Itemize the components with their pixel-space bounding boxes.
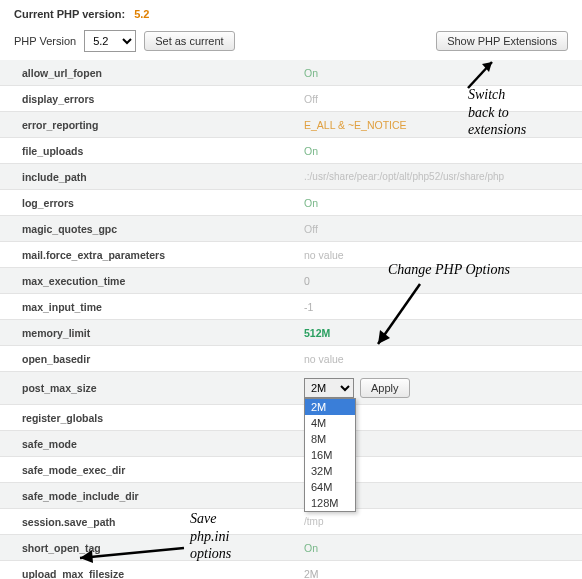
option-name: error_reporting — [0, 113, 300, 137]
option-row: session.save_path/tmp — [0, 509, 582, 535]
option-value[interactable]: no value — [300, 347, 582, 371]
option-name: session.save_path — [0, 510, 300, 534]
option-value[interactable]: On — [300, 139, 582, 163]
option-name: open_basedir — [0, 347, 300, 371]
option-row: safe_mode — [0, 431, 582, 457]
option-name: post_max_size — [0, 376, 300, 400]
option-value[interactable]: /tmp — [300, 510, 582, 533]
option-value[interactable]: no value — [300, 243, 582, 267]
option-name: memory_limit — [0, 321, 300, 345]
option-name: allow_url_fopen — [0, 61, 300, 85]
value-select[interactable]: 2M — [304, 378, 354, 398]
option-row: mail.force_extra_parametersno value — [0, 242, 582, 268]
option-name: include_path — [0, 165, 300, 189]
option-row: safe_mode_exec_dir — [0, 457, 582, 483]
option-row: register_globals — [0, 405, 582, 431]
option-row: file_uploadsOn — [0, 138, 582, 164]
options-table: allow_url_fopenOndisplay_errorsOfferror_… — [0, 60, 582, 579]
option-row: log_errorsOn — [0, 190, 582, 216]
option-row: open_basedirno value — [0, 346, 582, 372]
version-select[interactable]: 5.2 — [84, 30, 136, 52]
option-row: include_path.:/usr/share/pear:/opt/alt/p… — [0, 164, 582, 190]
option-value[interactable]: 2M — [300, 562, 582, 580]
option-value[interactable]: E_ALL & ~E_NOTICE — [300, 113, 582, 137]
option-row: memory_limit512M — [0, 320, 582, 346]
version-label: PHP Version — [14, 35, 76, 47]
dropdown-option[interactable]: 64M — [305, 479, 355, 495]
set-current-button[interactable]: Set as current — [144, 31, 234, 51]
dropdown-option[interactable]: 8M — [305, 431, 355, 447]
value-dropdown[interactable]: 2M4M8M16M32M64M128M — [304, 398, 356, 512]
option-name: mail.force_extra_parameters — [0, 243, 300, 267]
option-row: display_errorsOff — [0, 86, 582, 112]
option-value[interactable]: 0 — [300, 269, 582, 293]
option-row: short_open_tagOn — [0, 535, 582, 561]
option-value[interactable]: -1 — [300, 295, 582, 319]
option-row: max_input_time-1 — [0, 294, 582, 320]
dropdown-option[interactable]: 128M — [305, 495, 355, 511]
option-name: log_errors — [0, 191, 300, 215]
option-name: safe_mode — [0, 432, 300, 456]
option-name: upload_max_filesize — [0, 562, 300, 580]
dropdown-option[interactable]: 16M — [305, 447, 355, 463]
option-name: register_globals — [0, 406, 300, 430]
option-value[interactable]: Off — [300, 217, 582, 241]
option-row: error_reportingE_ALL & ~E_NOTICE — [0, 112, 582, 138]
option-row: magic_quotes_gpcOff — [0, 216, 582, 242]
dropdown-option[interactable]: 4M — [305, 415, 355, 431]
option-name: file_uploads — [0, 139, 300, 163]
show-extensions-button[interactable]: Show PHP Extensions — [436, 31, 568, 51]
dropdown-option[interactable]: 32M — [305, 463, 355, 479]
current-version-value: 5.2 — [134, 8, 149, 20]
option-value[interactable]: Off — [300, 87, 582, 111]
option-value[interactable]: .:/usr/share/pear:/opt/alt/php52/usr/sha… — [300, 165, 582, 188]
option-name: max_execution_time — [0, 269, 300, 293]
option-name: max_input_time — [0, 295, 300, 319]
option-value[interactable]: On — [300, 61, 582, 85]
option-name: short_open_tag — [0, 536, 300, 560]
option-name: magic_quotes_gpc — [0, 217, 300, 241]
option-row: allow_url_fopenOn — [0, 60, 582, 86]
option-value[interactable]: 512M — [300, 321, 582, 345]
dropdown-option[interactable]: 2M — [305, 399, 355, 415]
option-value[interactable]: On — [300, 191, 582, 215]
current-version-label: Current PHP version: — [14, 8, 125, 20]
option-name: display_errors — [0, 87, 300, 111]
option-row: post_max_size2MApply2M4M8M16M32M64M128M — [0, 372, 582, 405]
option-row: safe_mode_include_dir — [0, 483, 582, 509]
option-name: safe_mode_exec_dir — [0, 458, 300, 482]
option-name: safe_mode_include_dir — [0, 484, 300, 508]
option-row: max_execution_time0 — [0, 268, 582, 294]
option-row: upload_max_filesize2M — [0, 561, 582, 579]
option-value[interactable]: On — [300, 536, 582, 560]
apply-button[interactable]: Apply — [360, 378, 410, 398]
option-value: 2MApply2M4M8M16M32M64M128M — [300, 372, 582, 404]
